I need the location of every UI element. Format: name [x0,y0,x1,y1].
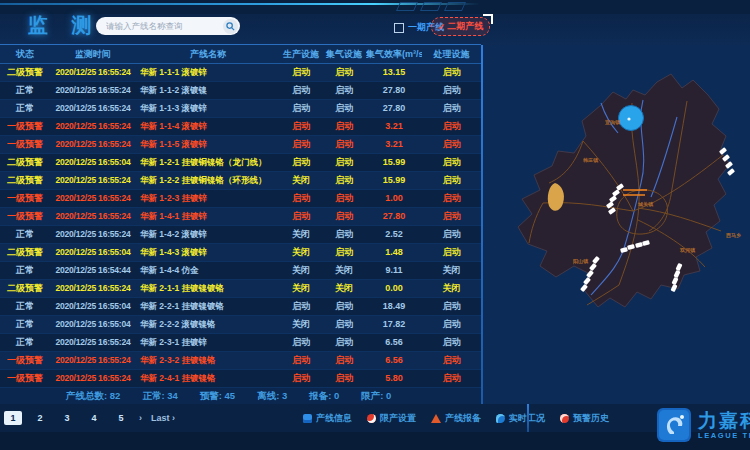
search-input[interactable] [96,21,223,31]
check-icon: ✓ [438,22,446,32]
cell-line: 华新 1-1-5 滚镀锌 [136,136,280,153]
summary-item: 限产: 0 [361,390,391,403]
cell-line: 华新 2-2-1 挂镀镍镀铬 [136,298,280,315]
header: 监 测 一期产线 ✓ 二期产线 [0,14,750,45]
cell-time: 2020/12/25 16:55:24 [50,226,136,243]
alert-bubble-marker[interactable] [619,106,644,131]
cell-time: 2020/12/25 16:55:24 [50,334,136,351]
table-row[interactable]: 正常2020/12/25 16:55:24华新 1-4-2 滚镀锌关闭启动2.5… [0,226,481,244]
table-row[interactable]: 正常2020/12/25 16:55:24华新 1-1-2 滚镀镍启动启动27.… [0,82,481,100]
summary-item: 离线: 3 [257,390,287,403]
cell-line: 华新 1-1-3 滚镀锌 [136,100,280,117]
map-place-label: 宜沟镇 [605,119,621,126]
cell-status: 一级预警 [0,136,50,153]
cell-status: 二级预警 [0,244,50,261]
map-panel[interactable]: 宜沟镇韩庄镇城关镇西马乡阳山镇双河镇 [483,45,750,404]
cell-prod: 关闭 [280,316,322,333]
cell-gas: 关闭 [322,280,366,297]
cell-prod: 启动 [280,208,322,225]
cell-time: 2020/12/25 16:55:24 [50,352,136,369]
logo-icon [656,407,692,443]
limit-icon [367,414,376,423]
district-map[interactable]: 宜沟镇韩庄镇城关镇西马乡阳山镇双河镇 [483,45,750,404]
history-button[interactable]: 预警历史 [560,412,609,425]
page-button[interactable]: 1 [4,411,22,425]
table-row[interactable]: 一级预警2020/12/25 16:55:24华新 1-1-5 滚镀锌启动启动3… [0,136,481,154]
cell-gas: 启动 [322,136,366,153]
cell-eff: 3.21 [366,118,422,135]
cell-prod: 启动 [280,64,322,81]
cell-status: 正常 [0,316,50,333]
table-header: 状态监测时间产线名称生产设施集气设施集气效率(m³/s)处理设施 [0,45,481,64]
report-button[interactable]: 产线报备 [431,412,481,425]
phase2-label: 二期产线 [447,20,483,33]
cell-treat: 启动 [422,352,481,369]
phase2-button[interactable]: ✓ 二期产线 [431,17,490,36]
pagination: 12345›Last › [4,411,175,425]
limit-button[interactable]: 限产设置 [367,412,416,425]
cell-line: 华新 1-2-3 挂镀锌 [136,190,280,207]
info-button[interactable]: 产线信息 [303,412,352,425]
table-row[interactable]: 二级预警2020/12/25 16:55:24华新 2-1-1 挂镀镍镀铬关闭关… [0,280,481,298]
table-row[interactable]: 二级预警2020/12/25 16:55:24华新 1-1-1 滚镀锌启动启动1… [0,64,481,82]
page-title: 监 测 [28,12,101,39]
table-row[interactable]: 一级预警2020/12/25 16:55:24华新 1-4-1 挂镀锌启动启动2… [0,208,481,226]
table-row[interactable]: 一级预警2020/12/25 16:55:24华新 2-3-2 挂镀镍铬启动启动… [0,352,481,370]
map-place-label: 阳山镇 [573,258,589,265]
summary-item: 正常: 34 [142,390,177,403]
table-row[interactable]: 二级预警2020/12/25 16:55:04华新 1-2-1 挂镀铜镍铬（龙门… [0,154,481,172]
cell-eff: 13.15 [366,64,422,81]
cell-status: 正常 [0,262,50,279]
cell-time: 2020/12/25 16:55:04 [50,244,136,261]
next-page-button[interactable]: › [139,413,142,423]
table-row[interactable]: 二级预警2020/12/25 16:55:24华新 1-2-2 挂镀铜镍铬（环形… [0,172,481,190]
page-button[interactable]: 3 [58,411,76,425]
cell-treat: 启动 [422,82,481,99]
cell-eff: 27.80 [366,208,422,225]
info-icon [303,414,312,423]
column-header: 状态 [0,45,50,63]
cell-prod: 启动 [280,136,322,153]
cell-line: 华新 2-3-2 挂镀镍铬 [136,352,280,369]
cell-eff: 0.00 [366,280,422,297]
last-page-button[interactable]: Last › [151,413,175,423]
table-row[interactable]: 一级预警2020/12/25 16:55:24华新 1-2-3 挂镀锌启动启动1… [0,190,481,208]
logo-subtitle: LEAGUE TECH [698,432,750,440]
table-row[interactable]: 二级预警2020/12/25 16:55:04华新 1-4-3 滚镀锌关闭启动1… [0,244,481,262]
cell-time: 2020/12/25 16:55:24 [50,136,136,153]
page-button[interactable]: 2 [31,411,49,425]
cell-treat: 启动 [422,172,481,189]
corner-bracket [483,14,493,24]
cell-line: 华新 2-1-1 挂镀镍镀铬 [136,280,280,297]
table-row[interactable]: 正常2020/12/25 16:55:24华新 2-3-1 挂镀锌启动启动6.5… [0,334,481,352]
table-row[interactable]: 正常2020/12/25 16:55:04华新 2-2-2 滚镀镍铬关闭启动17… [0,316,481,334]
table-row[interactable]: 一级预警2020/12/25 16:55:24华新 1-1-4 滚镀锌启动启动3… [0,118,481,136]
cell-gas: 启动 [322,172,366,189]
cell-status: 一级预警 [0,370,50,387]
cell-gas: 启动 [322,64,366,81]
cell-prod: 关闭 [280,172,322,189]
cell-status: 正常 [0,82,50,99]
cell-gas: 启动 [322,316,366,333]
search-icon[interactable] [223,19,238,34]
cell-status: 二级预警 [0,172,50,189]
realtime-button[interactable]: 实时工况 [496,412,545,425]
map-place-label: 双河镇 [679,247,696,254]
cell-gas: 启动 [322,298,366,315]
cell-treat: 启动 [422,118,481,135]
page-button[interactable]: 4 [85,411,103,425]
cell-prod: 启动 [280,190,322,207]
cell-treat: 启动 [422,316,481,333]
cell-gas: 启动 [322,82,366,99]
page-button[interactable]: 5 [112,411,130,425]
cell-gas: 启动 [322,154,366,171]
table-row[interactable]: 正常2020/12/25 16:55:04华新 2-2-1 挂镀镍镀铬启动启动1… [0,298,481,316]
table-row[interactable]: 一级预警2020/12/25 16:55:24华新 2-4-1 挂镀镍铬启动启动… [0,370,481,388]
cell-time: 2020/12/25 16:55:24 [50,190,136,207]
cell-line: 华新 2-4-1 挂镀镍铬 [136,370,280,387]
table-row[interactable]: 正常2020/12/25 16:55:24华新 1-1-3 滚镀锌启动启动27.… [0,100,481,118]
table-row[interactable]: 正常2020/12/25 16:54:44华新 1-4-4 仿金关闭关闭9.11… [0,262,481,280]
search-box[interactable] [96,17,240,35]
cell-treat: 启动 [422,154,481,171]
cell-treat: 关闭 [422,280,481,297]
